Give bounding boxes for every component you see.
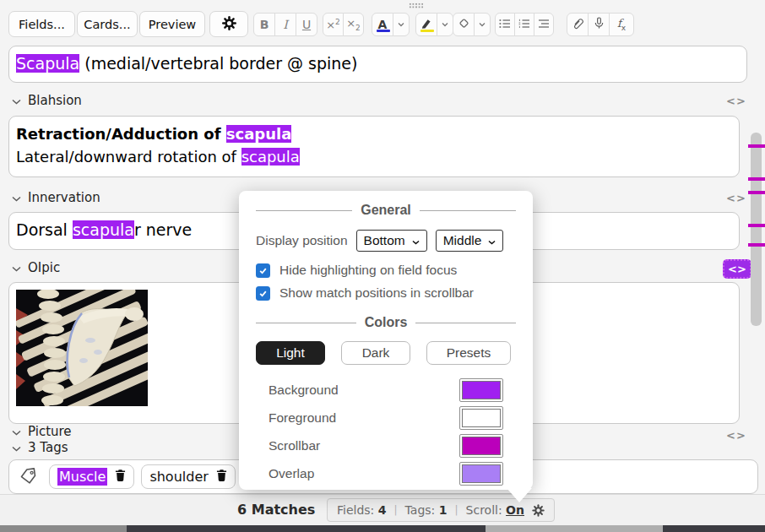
- display-position-label: Display position: [256, 233, 348, 248]
- scapula-photo: [16, 290, 148, 406]
- tag-pill-muscle[interactable]: Muscle: [49, 464, 134, 489]
- scrollbar-color-swatch[interactable]: [459, 434, 503, 458]
- dark-theme-button[interactable]: Dark: [341, 341, 410, 365]
- background-window-strip: [663, 525, 765, 532]
- colors-section-legend: Colors: [256, 315, 516, 330]
- media-group: fx: [567, 13, 634, 36]
- text-style-group: B I U: [253, 13, 317, 36]
- highlighter-button[interactable]: [415, 13, 437, 36]
- cards-button[interactable]: Cards...: [77, 11, 138, 37]
- field-blahsion[interactable]: Retraction/Adduction of scapula Lateral/…: [8, 116, 740, 177]
- overlap-color-swatch[interactable]: [459, 462, 503, 486]
- eraser-icon: [458, 17, 470, 32]
- tags-header[interactable]: 3 Tags: [12, 440, 68, 455]
- foreground-color-swatch[interactable]: [459, 406, 503, 430]
- fields-scope[interactable]: Fields: 4: [337, 503, 387, 517]
- unordered-list-button[interactable]: [495, 13, 515, 36]
- show-match-positions-option[interactable]: Show match positions in scrollbar: [256, 285, 516, 301]
- light-theme-button[interactable]: Light: [256, 341, 325, 365]
- field-header-innervation[interactable]: Innervation: [12, 190, 100, 205]
- highlighted-match: scapula: [226, 125, 292, 143]
- highlight-color-group: [415, 13, 453, 36]
- text-color-dropdown[interactable]: [393, 13, 410, 36]
- background-window-strip: [0, 525, 127, 532]
- popup-pointer-arrow: [507, 488, 532, 502]
- editor-toolbar: Fields... Cards... Preview B I U ×2 ×2 A: [0, 0, 765, 41]
- drag-handle-dots[interactable]: [409, 3, 424, 9]
- align-icon: [538, 19, 550, 31]
- equation-button[interactable]: fx: [609, 13, 634, 36]
- script-group: ×2 ×2: [323, 13, 364, 36]
- general-section-legend: General: [256, 203, 516, 218]
- status-gear-icon[interactable]: [532, 504, 545, 517]
- preview-button[interactable]: Preview: [139, 11, 205, 37]
- highlighted-match: scapula: [241, 148, 300, 166]
- chevron-down-icon: [479, 22, 486, 27]
- chevron-down-icon: [488, 233, 496, 248]
- html-editor-toggle-blahsion[interactable]: <>: [726, 95, 746, 107]
- underline-button[interactable]: U: [296, 13, 317, 36]
- text-color-button[interactable]: A: [372, 13, 393, 36]
- remove-format-dropdown[interactable]: [474, 13, 491, 36]
- field-label: Picture: [28, 425, 72, 437]
- subscript-button[interactable]: ×2: [343, 13, 364, 36]
- unordered-list-icon: [499, 19, 511, 31]
- chevron-down-icon: [12, 190, 21, 205]
- position-horizontal-select[interactable]: Middle: [436, 230, 504, 252]
- checkbox-checked-icon[interactable]: [256, 263, 270, 278]
- gear-icon: [222, 16, 236, 33]
- italic-button[interactable]: I: [274, 13, 296, 36]
- remove-format-group: [453, 13, 491, 36]
- highlighted-match: scapula: [73, 220, 134, 239]
- bold-button[interactable]: B: [253, 13, 275, 36]
- match-count: 6 Matches: [237, 502, 315, 518]
- chevron-down-icon: [12, 440, 21, 455]
- match-position-mark: [748, 177, 765, 181]
- scroll-toggle[interactable]: Scroll: On: [466, 503, 524, 517]
- search-settings-popup: General Display position Bottom Middle H…: [239, 191, 533, 490]
- ordered-list-button[interactable]: [514, 13, 534, 36]
- tag-pill-shoulder[interactable]: shoulder: [141, 464, 235, 489]
- html-editor-toggle-innervation[interactable]: <>: [726, 192, 746, 204]
- tag-icon: [19, 468, 37, 489]
- chevron-down-icon: [12, 260, 21, 275]
- field-label: Innervation: [28, 190, 100, 205]
- field-label: Blahsion: [28, 93, 82, 108]
- eraser-button[interactable]: [453, 13, 475, 36]
- text-color-bar: [377, 30, 390, 32]
- highlighted-match: Scapula: [16, 54, 79, 73]
- checkbox-checked-icon[interactable]: [256, 286, 270, 301]
- editor-scrollbar-thumb[interactable]: [751, 133, 762, 326]
- match-position-mark: [748, 243, 765, 247]
- delete-tag-icon[interactable]: [115, 469, 126, 485]
- function-icon: fx: [617, 17, 626, 32]
- html-editor-toggle-picture[interactable]: <>: [726, 429, 746, 439]
- field-label: OIpic: [28, 260, 60, 275]
- align-button[interactable]: [534, 13, 554, 36]
- highlighted-match: Muscle: [57, 468, 107, 486]
- fields-button[interactable]: Fields...: [8, 11, 75, 37]
- chevron-down-icon: [442, 22, 448, 27]
- attach-button[interactable]: [567, 13, 589, 36]
- highlighter-dropdown[interactable]: [437, 13, 453, 36]
- presets-button[interactable]: Presets: [426, 341, 511, 365]
- field-header-oipic[interactable]: OIpic: [12, 260, 60, 275]
- record-audio-button[interactable]: [588, 13, 610, 36]
- hide-highlighting-option[interactable]: Hide highlighting on field focus: [256, 263, 516, 278]
- addon-settings-button[interactable]: [209, 11, 248, 37]
- overlap-color-row: Overlap: [269, 462, 503, 486]
- field-header-blahsion[interactable]: Blahsion: [12, 93, 82, 108]
- field-header-picture[interactable]: Picture: [12, 425, 72, 437]
- anki-editor-window: Fields... Cards... Preview B I U ×2 ×2 A: [0, 0, 765, 532]
- search-status-bar: 6 Matches Fields: 4 | Tags: 1 | Scroll: …: [0, 494, 765, 525]
- html-editor-toggle-oipic-focused[interactable]: <>: [723, 259, 751, 279]
- position-vertical-select[interactable]: Bottom: [356, 230, 427, 252]
- background-color-swatch[interactable]: [459, 378, 503, 402]
- field-front[interactable]: Scapula (medial/vertebral border @ spine…: [8, 46, 747, 83]
- delete-tag-icon[interactable]: [216, 469, 227, 485]
- superscript-button[interactable]: ×2: [323, 13, 344, 36]
- paperclip-icon: [572, 17, 583, 32]
- tags-scope[interactable]: Tags: 1: [405, 503, 448, 517]
- list-group: [495, 13, 554, 36]
- chevron-down-icon: [398, 22, 404, 27]
